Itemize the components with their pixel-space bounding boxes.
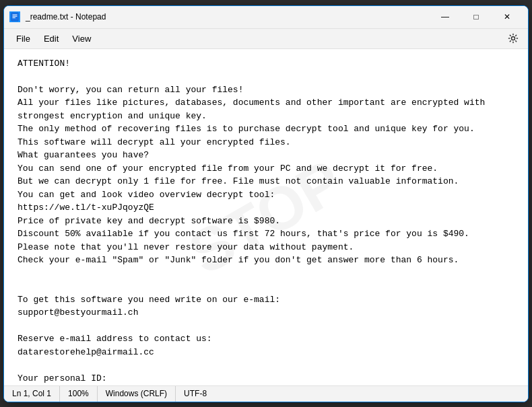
line-4: strongest encryption and unique key.	[18, 110, 514, 123]
title-bar: _readme.txt - Notepad — □ ✕	[4, 6, 528, 29]
line-7: What guarantees you have?	[18, 149, 514, 162]
svg-rect-1	[13, 15, 18, 15]
line-ending: Windows (CRLF)	[98, 386, 176, 402]
line-18: Reserve e-mail address to contact us:	[18, 332, 514, 346]
svg-rect-0	[11, 13, 19, 21]
menu-view[interactable]: View	[65, 31, 98, 46]
window-controls: — □ ✕	[430, 5, 523, 28]
menu-bar: File Edit View	[4, 29, 528, 49]
line-8: You can send one of your encrypted file …	[18, 162, 514, 176]
status-bar: Ln 1, Col 1 100% Windows (CRLF) UTF-8	[4, 385, 528, 402]
line-3: All your files like pictures, databases,…	[18, 96, 514, 110]
svg-rect-3	[13, 17, 15, 18]
line-16: To get this software you need write on o…	[18, 293, 514, 307]
file-content: ATTENTION! Don't worry, you can return a…	[18, 57, 514, 385]
encoding: UTF-8	[176, 386, 215, 402]
line-20: Your personal ID:	[18, 372, 514, 385]
line-5: The only method of recovering files is t…	[18, 122, 514, 136]
svg-point-4	[512, 37, 515, 40]
line-6: This software will decrypt all your encr…	[18, 136, 514, 149]
line-11: https://we.tl/t-xuPJqoyzQE	[18, 201, 514, 215]
line-14: Please note that you'll never restore yo…	[18, 241, 514, 254]
line-15: Check your e-mail "Spam" or "Junk" folde…	[18, 254, 514, 267]
cursor-position: Ln 1, Col 1	[4, 386, 60, 402]
line-2: Don't worry, you can return all your fil…	[18, 83, 514, 97]
line-13: Discount 50% available if you contact us…	[18, 227, 514, 241]
text-editor[interactable]: STOP ATTENTION! Don't worry, you can ret…	[4, 49, 528, 385]
line-17: support@bestyourmail.ch	[18, 306, 514, 320]
maximize-button[interactable]: □	[461, 5, 492, 28]
gear-icon	[508, 33, 519, 44]
line-21: 0556JhyjdGnvFr2RISjCmJRrrLap9P9hT2NtUsBb…	[18, 385, 514, 385]
settings-button[interactable]	[504, 29, 523, 48]
line-12: Price of private key and decrypt softwar…	[18, 215, 514, 228]
line-19: datarestorehelp@airmail.cc	[18, 346, 514, 359]
menu-edit[interactable]: Edit	[37, 31, 65, 46]
svg-rect-2	[13, 16, 18, 17]
zoom-level: 100%	[60, 386, 98, 402]
minimize-button[interactable]: —	[430, 5, 461, 28]
line-10: You can get and look video overview decr…	[18, 188, 514, 202]
notepad-window: _readme.txt - Notepad — □ ✕ File Edit Vi…	[3, 5, 529, 402]
window-title: _readme.txt - Notepad	[26, 12, 430, 22]
app-icon	[9, 11, 20, 22]
line-attention: ATTENTION!	[18, 57, 514, 71]
close-button[interactable]: ✕	[492, 5, 523, 28]
line-9: But we can decrypt only 1 file for free.…	[18, 175, 514, 188]
menu-file[interactable]: File	[9, 31, 37, 46]
